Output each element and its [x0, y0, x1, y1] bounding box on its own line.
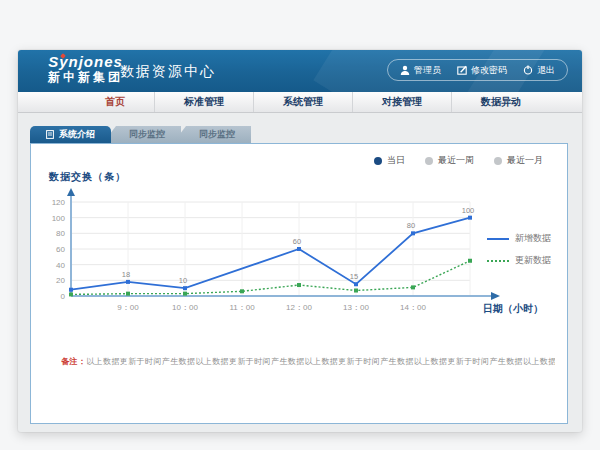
y-tick-label: 20	[56, 276, 65, 285]
document-icon	[46, 130, 54, 139]
x-axis-arrow-icon	[491, 292, 500, 300]
data-point	[183, 292, 187, 296]
data-point	[126, 280, 130, 284]
y-axis-title: 数据交换（条）	[49, 170, 126, 184]
logout-icon	[523, 65, 533, 75]
nav-item-system-mgmt[interactable]: 系统管理	[253, 92, 352, 112]
data-point	[354, 282, 358, 286]
x-tick-label: 13：00	[343, 303, 369, 312]
nav-item-standard-mgmt[interactable]: 标准管理	[154, 92, 253, 112]
x-tick-label: 9：00	[117, 303, 139, 312]
data-point	[468, 259, 472, 263]
range-option-today[interactable]: 当日	[374, 154, 405, 167]
range-option-last-month[interactable]: 最近一月	[494, 154, 543, 167]
solid-line-swatch-icon	[487, 238, 509, 240]
y-tick-label: 80	[56, 229, 65, 238]
tab-sync-monitor-2[interactable]: 同步监控	[173, 126, 251, 143]
footnote: 备注：以上数据更新于时间产生数据以上数据更新于时间产生数据以上数据更新于时间产生…	[61, 356, 555, 367]
footnote-prefix: 备注：	[61, 357, 86, 366]
current-user-button[interactable]: 管理员	[400, 64, 441, 77]
y-tick-label: 0	[61, 292, 66, 301]
y-axis-arrow-icon	[67, 188, 75, 196]
data-point	[126, 292, 130, 296]
tab-sync-monitor-1[interactable]: 同步监控	[103, 126, 181, 143]
point-label: 10	[179, 276, 187, 285]
logo-company-name: 新中新集团	[48, 71, 123, 84]
data-point	[69, 292, 73, 296]
x-tick-label: 14：00	[400, 303, 426, 312]
y-tick-label: 100	[52, 214, 66, 223]
x-tick-label: 11：00	[229, 303, 255, 312]
radio-dot-icon	[494, 157, 502, 165]
data-point	[468, 216, 472, 220]
data-point	[183, 286, 187, 290]
x-axis-title: 日期（小时）	[483, 303, 543, 314]
point-label: 100	[462, 206, 475, 215]
data-point	[354, 289, 358, 293]
legend-item-new-data: 新增数据	[487, 232, 551, 245]
company-logo: Synjones 新中新集团	[48, 54, 123, 84]
edit-icon	[457, 65, 467, 75]
chart-panel: 当日 最近一周 最近一月 数据交换（条） 0204060801001209：00…	[30, 143, 568, 424]
point-label: 18	[122, 270, 130, 279]
x-tick-label: 10：00	[172, 303, 198, 312]
point-label: 15	[350, 272, 358, 281]
user-icon	[400, 65, 410, 75]
change-password-button[interactable]: 修改密码	[457, 64, 507, 77]
page-title: 数据资源中心	[120, 63, 216, 81]
time-range-options: 当日 最近一周 最近一月	[374, 154, 543, 167]
data-point	[297, 283, 301, 287]
point-label: 60	[293, 237, 301, 246]
tab-strip: 系统介绍 同步监控 同步监控	[30, 126, 251, 143]
series-line	[71, 261, 470, 295]
tab-system-intro[interactable]: 系统介绍	[30, 126, 111, 143]
data-point	[411, 231, 415, 235]
app-window: Synjones 新中新集团 数据资源中心 管理员 修改密码 退出 首页 标准管…	[18, 50, 582, 432]
data-point	[297, 247, 301, 251]
footnote-text: 以上数据更新于时间产生数据以上数据更新于时间产生数据以上数据更新于时间产生数据以…	[86, 357, 555, 366]
app-header: Synjones 新中新集团 数据资源中心 管理员 修改密码 退出	[18, 50, 582, 92]
user-toolbar: 管理员 修改密码 退出	[387, 59, 568, 81]
chart-legend: 新增数据 更新数据	[487, 232, 551, 267]
y-tick-label: 120	[52, 198, 66, 207]
nav-item-home[interactable]: 首页	[76, 92, 154, 112]
logo-wordmark: Synjones	[48, 54, 123, 71]
logout-button[interactable]: 退出	[523, 64, 555, 77]
data-point	[411, 285, 415, 289]
data-point	[69, 288, 73, 292]
nav-item-integration-mgmt[interactable]: 对接管理	[352, 92, 451, 112]
range-option-last-week[interactable]: 最近一周	[425, 154, 474, 167]
nav-item-data-changes[interactable]: 数据异动	[451, 92, 550, 112]
data-point	[240, 289, 244, 293]
point-label: 80	[407, 221, 415, 230]
main-nav: 首页 标准管理 系统管理 对接管理 数据异动	[18, 92, 582, 113]
dotted-line-swatch-icon	[487, 260, 509, 262]
x-tick-label: 12：00	[286, 303, 312, 312]
y-tick-label: 60	[56, 245, 65, 254]
radio-dot-icon	[374, 157, 382, 165]
y-tick-label: 40	[56, 261, 65, 270]
legend-item-updated-data: 更新数据	[487, 254, 551, 267]
radio-dot-icon	[425, 157, 433, 165]
line-chart: 0204060801001209：0010：0011：0012：0013：001…	[41, 188, 561, 338]
